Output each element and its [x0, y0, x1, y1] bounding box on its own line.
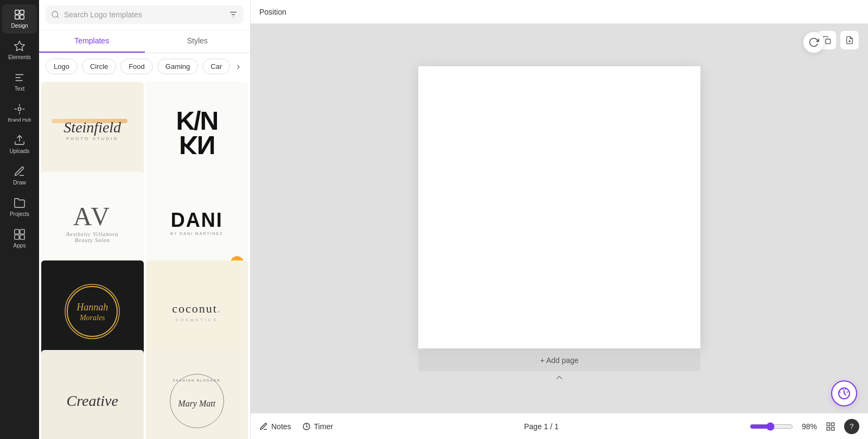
category-chips: Logo Circle Food Gaming Car › — [39, 53, 250, 80]
template-card-kn[interactable]: K/N KN — [146, 82, 248, 184]
svg-rect-7 — [20, 230, 24, 234]
sidebar-item-elements-label: Elements — [8, 54, 31, 61]
filter-button[interactable] — [228, 10, 238, 20]
sidebar-item-text[interactable]: Text — [2, 67, 37, 97]
search-area — [39, 0, 250, 30]
elements-icon — [14, 40, 25, 52]
timer-button[interactable]: Timer — [302, 422, 333, 431]
sidebar-item-brand-hub-label: Brand Hub — [8, 117, 31, 123]
steinfield-main-text: Steinfield — [57, 119, 127, 136]
svg-rect-9 — [20, 235, 24, 239]
template-card-steinfield[interactable]: Steinfield Photo Studio — [41, 82, 144, 184]
kn-second-line: KN — [179, 133, 214, 157]
chip-circle[interactable]: Circle — [82, 59, 116, 74]
add-page-button[interactable]: + Add page — [418, 349, 700, 371]
sidebar-item-brand-hub[interactable]: Brand Hub — [2, 99, 37, 128]
template-card-coconut[interactable]: coconut. COSMETICS — [146, 260, 248, 363]
tab-styles[interactable]: Styles — [145, 30, 251, 53]
template-card-fashion[interactable]: FASHION BLOGGER Mary Matt — [146, 350, 248, 440]
fashion-name-text: Mary Matt — [178, 399, 215, 409]
design-icon — [14, 9, 25, 21]
sidebar-item-draw-label: Draw — [13, 180, 25, 186]
hannah-logo: Hannah Morales — [62, 282, 122, 341]
fashion-circle: FASHION BLOGGER Mary Matt — [170, 374, 224, 428]
chevron-up-icon — [554, 372, 565, 383]
svg-rect-8 — [15, 235, 19, 239]
sidebar: Design Elements Text Brand Hub Uploads — [0, 0, 39, 439]
page-scroll-up-button[interactable] — [554, 372, 565, 385]
search-input[interactable] — [64, 10, 224, 19]
bottom-left-area: Notes Timer — [259, 422, 333, 431]
svg-rect-20 — [831, 423, 834, 425]
add-page-icon — [845, 36, 854, 44]
draw-icon — [14, 166, 25, 177]
chip-gaming[interactable]: Gaming — [157, 59, 199, 74]
zoom-slider[interactable] — [750, 422, 793, 431]
canvas-container: + Add page — [418, 66, 700, 371]
notes-label: Notes — [271, 422, 291, 431]
refresh-button[interactable] — [803, 31, 825, 53]
page-info: Page 1 / 1 — [524, 422, 559, 431]
chip-car[interactable]: Car — [202, 59, 230, 74]
bottom-right-area: 98% ? — [750, 419, 859, 434]
tab-templates[interactable]: Templates — [39, 30, 145, 53]
sidebar-item-design[interactable]: Design — [2, 4, 37, 34]
svg-rect-1 — [20, 10, 24, 14]
brand-hub-icon — [14, 103, 25, 115]
svg-rect-21 — [827, 427, 829, 430]
topbar: Position — [251, 0, 868, 24]
canvas-paper[interactable] — [418, 66, 700, 348]
search-box — [46, 5, 244, 24]
svg-rect-6 — [15, 230, 19, 234]
fashion-logo: FASHION BLOGGER Mary Matt — [170, 374, 224, 428]
sidebar-item-apps-label: Apps — [14, 243, 26, 249]
hannah-main-text: Hannah — [76, 301, 108, 314]
zoom-level: 98% — [802, 422, 817, 431]
topbar-title: Position — [259, 8, 286, 16]
projects-icon — [14, 197, 25, 209]
canvas-workspace: + Add page — [251, 24, 868, 413]
template-card-hannah[interactable]: Hannah Morales — [41, 260, 144, 363]
sidebar-item-uploads[interactable]: Uploads — [2, 130, 37, 159]
svg-rect-0 — [15, 10, 19, 14]
chip-food[interactable]: Food — [120, 59, 153, 74]
templates-panel: Templates Styles Logo Circle Food Gaming… — [39, 0, 251, 439]
chip-more-button[interactable]: › — [234, 61, 242, 72]
svg-rect-19 — [827, 423, 829, 425]
sidebar-item-draw[interactable]: Draw — [2, 161, 37, 190]
notes-button[interactable]: Notes — [259, 422, 291, 431]
templates-grid: Steinfield Photo Studio K/N KN AV Aes — [39, 80, 250, 439]
notes-icon — [259, 422, 268, 431]
sidebar-item-projects-label: Projects — [10, 211, 29, 218]
canvas-area: Position — [251, 0, 868, 439]
svg-rect-2 — [15, 15, 19, 19]
svg-point-10 — [52, 11, 58, 17]
template-card-av[interactable]: AV Aesthetic Villanova Beauty Salon — [41, 171, 144, 274]
timer-icon — [302, 422, 311, 431]
uploads-icon — [14, 134, 25, 146]
template-card-creative[interactable]: Creative — [41, 350, 144, 440]
template-card-dani[interactable]: DANI BY DANI MARTINEZ 👑 — [146, 171, 248, 274]
sidebar-item-elements[interactable]: Elements — [2, 36, 37, 65]
page-info-area: Page 1 / 1 — [524, 422, 559, 431]
fashion-top-text: FASHION BLOGGER — [173, 379, 221, 382]
panel-tabs: Templates Styles — [39, 30, 250, 53]
help-button[interactable]: ? — [844, 419, 859, 434]
text-icon — [14, 72, 25, 84]
chip-logo[interactable]: Logo — [46, 59, 78, 74]
svg-rect-22 — [831, 427, 834, 430]
hannah-morales-text: Morales — [76, 314, 108, 322]
add-page-icon-button[interactable] — [840, 30, 859, 50]
timer-label: Timer — [314, 422, 333, 431]
magic-ai-button[interactable] — [831, 380, 857, 406]
filter-icon — [228, 10, 238, 20]
apps-icon — [14, 228, 25, 240]
grid-view-icon — [826, 422, 835, 431]
sidebar-item-projects[interactable]: Projects — [2, 193, 37, 222]
bottom-bar: Notes Timer Page 1 / 1 98% — [251, 413, 868, 439]
refresh-icon — [808, 37, 819, 48]
svg-rect-15 — [826, 39, 831, 44]
sidebar-item-design-label: Design — [11, 23, 28, 29]
grid-view-button[interactable] — [826, 422, 835, 431]
sidebar-item-apps[interactable]: Apps — [2, 224, 37, 253]
